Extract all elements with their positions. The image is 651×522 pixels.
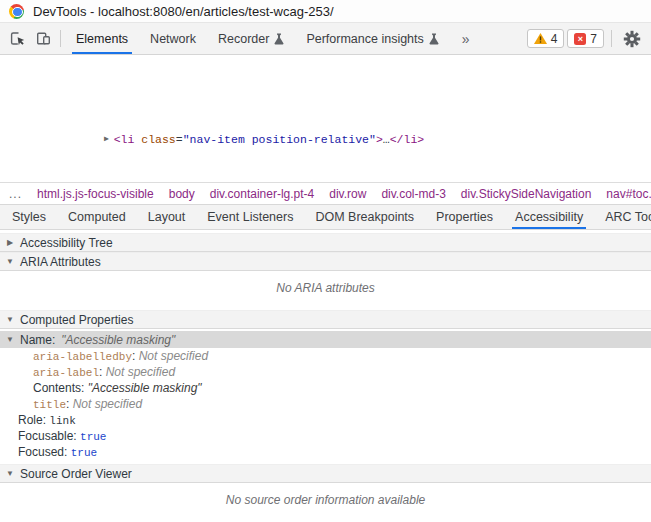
expanded-arrow-icon[interactable]: ▼: [6, 315, 14, 324]
tab-recorder[interactable]: Recorder: [207, 23, 295, 54]
property-name: title: [33, 399, 66, 411]
property-value: Not specified: [73, 397, 142, 411]
breadcrumb-item-nav-toc[interactable]: nav#toc.: [606, 187, 651, 201]
section-aria-attributes-label: ARIA Attributes: [20, 255, 101, 269]
tab-elements[interactable]: Elements: [65, 23, 139, 54]
device-toolbar-button[interactable]: [30, 26, 56, 52]
tab-elements-label: Elements: [76, 32, 128, 46]
property-row-contents: Contents: "Accessible masking": [0, 380, 651, 396]
expanded-arrow-icon[interactable]: ▼: [6, 469, 14, 478]
pane-tab-arc-toolkit[interactable]: ARC Toolkit: [594, 205, 651, 229]
tab-performance-insights[interactable]: Performance insights: [295, 23, 449, 54]
warning-triangle-icon: [534, 33, 547, 44]
section-computed-properties[interactable]: ▼ Computed Properties: [0, 310, 651, 329]
expanded-arrow-icon[interactable]: ▼: [6, 335, 14, 344]
clipped-tree-row: <ul>: [0, 89, 651, 96]
tree-line-li-expanded[interactable]: ▼ <li class="nav-item position-relative"…: [0, 181, 651, 182]
experiment-flask-icon: [429, 33, 439, 45]
errors-count: 7: [590, 32, 597, 46]
tree-line-li-collapsed[interactable]: ▶ <li class="nav-item position-relative"…: [0, 130, 651, 147]
breadcrumb-item-col[interactable]: div.col-md-3: [381, 187, 445, 201]
toolbar-right-group: 4 × 7: [527, 26, 645, 52]
name-property-value: "Accessible masking": [61, 333, 175, 347]
collapsed-arrow-icon[interactable]: ▶: [6, 238, 14, 247]
code-token-text: =: [176, 133, 183, 146]
warnings-badge[interactable]: 4: [527, 29, 565, 48]
pane-tab-computed[interactable]: Computed: [57, 205, 137, 229]
chrome-logo-icon: [9, 4, 24, 19]
tab-network-label: Network: [150, 32, 196, 46]
more-tabs-button[interactable]: »: [450, 31, 482, 47]
breadcrumb-item-body[interactable]: body: [169, 187, 195, 201]
code-token-attr: class: [134, 133, 175, 146]
tab-performance-insights-label: Performance insights: [306, 32, 423, 46]
property-value: true: [71, 447, 97, 459]
property-row-aria-labelledby: aria-labelledby: Not specified: [0, 348, 651, 364]
expanded-arrow-icon[interactable]: ▼: [6, 257, 14, 266]
section-aria-attributes[interactable]: ▼ ARIA Attributes: [0, 252, 651, 271]
dom-tree: <ul> ▶ <li class="nav-item position-rela…: [0, 55, 651, 182]
property-name: Focusable:: [18, 429, 77, 443]
experiment-flask-icon: [274, 33, 284, 45]
code-token-tag: </li>: [390, 133, 425, 146]
section-source-order-viewer[interactable]: ▼ Source Order Viewer: [0, 464, 651, 483]
property-value: "Accessible masking": [88, 381, 202, 395]
aria-empty-message: No ARIA attributes: [0, 271, 651, 306]
pane-tab-styles[interactable]: Styles: [1, 205, 57, 229]
inspect-element-button[interactable]: [4, 26, 30, 52]
code-token-tag: <li: [114, 133, 135, 146]
settings-gear-button[interactable]: [619, 26, 645, 52]
property-colon: :: [132, 349, 139, 363]
property-name: Focused:: [18, 445, 67, 459]
device-toolbar-icon: [35, 30, 52, 47]
code-token-tag: >: [376, 133, 383, 146]
property-name: aria-label: [33, 367, 99, 379]
pane-tab-properties[interactable]: Properties: [425, 205, 504, 229]
property-value: Not specified: [139, 349, 208, 363]
breadcrumb-item-row[interactable]: div.row: [329, 187, 366, 201]
section-accessibility-tree-label: Accessibility Tree: [20, 236, 113, 250]
property-row-focused: Focused: true: [0, 444, 651, 460]
inspect-cursor-icon: [9, 30, 26, 47]
code-token-text: …: [383, 133, 390, 146]
property-row-role: Role: link: [0, 412, 651, 428]
window-title: DevTools - localhost:8080/en/articles/te…: [33, 4, 334, 19]
property-value: Not specified: [106, 365, 175, 379]
pane-tab-accessibility[interactable]: Accessibility: [504, 205, 594, 229]
name-property-label: Name:: [20, 333, 55, 347]
section-computed-properties-label: Computed Properties: [20, 313, 133, 327]
property-colon: :: [99, 365, 106, 379]
breadcrumb-item-sticky-nav[interactable]: div.StickySideNavigation: [461, 187, 592, 201]
property-name: Contents:: [33, 381, 84, 395]
gear-icon: [623, 30, 641, 48]
pane-tab-dom-breakpoints[interactable]: DOM Breakpoints: [304, 205, 425, 229]
accessibility-pane: ▶ Accessibility Tree ▼ ARIA Attributes N…: [0, 233, 651, 518]
property-value: true: [80, 431, 106, 443]
property-name: aria-labelledby: [33, 351, 132, 363]
sidebar-pane-tabs: Styles Computed Layout Event Listeners D…: [0, 204, 651, 230]
property-value: link: [49, 415, 75, 427]
breadcrumb-item-container[interactable]: div.container-lg.pt-4: [210, 187, 315, 201]
tab-recorder-label: Recorder: [218, 32, 269, 46]
devtools-toolbar: Elements Network Recorder Performance in…: [0, 23, 651, 55]
breadcrumb-overflow-button[interactable]: ...: [9, 187, 22, 201]
pane-tab-event-listeners[interactable]: Event Listeners: [196, 205, 304, 229]
errors-badge[interactable]: × 7: [567, 29, 604, 48]
breadcrumb-item-html[interactable]: html.js.js-focus-visible: [37, 187, 154, 201]
code-token-arrow: ▶: [104, 134, 114, 143]
panel-tabs: Elements Network Recorder Performance in…: [65, 23, 450, 54]
property-row-aria-label: aria-label: Not specified: [0, 364, 651, 380]
section-source-order-viewer-label: Source Order Viewer: [20, 467, 132, 481]
property-name: Role:: [18, 413, 46, 427]
section-accessibility-tree[interactable]: ▶ Accessibility Tree: [0, 233, 651, 252]
property-colon: :: [66, 397, 73, 411]
toolbar-divider: [60, 30, 61, 47]
code-token-val: "nav-item position-relative": [183, 133, 376, 146]
property-row-focusable: Focusable: true: [0, 428, 651, 444]
error-icon: ×: [574, 33, 586, 45]
tab-network[interactable]: Network: [139, 23, 207, 54]
computed-name-row[interactable]: ▼ Name: "Accessible masking": [0, 331, 651, 348]
source-order-empty-message: No source order information available: [0, 483, 651, 518]
pane-tab-layout[interactable]: Layout: [137, 205, 197, 229]
warnings-count: 4: [551, 32, 558, 46]
